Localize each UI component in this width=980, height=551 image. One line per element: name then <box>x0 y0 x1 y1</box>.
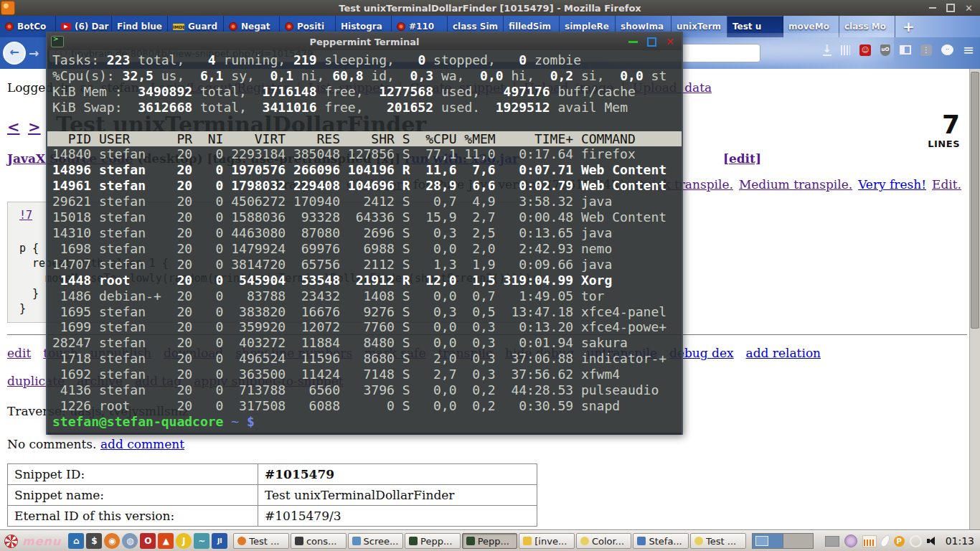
terminal-minimize-icon[interactable] <box>628 41 638 43</box>
new-tab-button[interactable]: + <box>903 19 915 34</box>
extension-red-icon[interactable]: ☺ <box>859 44 871 56</box>
terminal-task-icon <box>409 537 418 545</box>
screen-task-icon <box>352 537 361 545</box>
terminal-body[interactable]: Tasks: 223 total, 4 running, 219 sleepin… <box>47 50 682 435</box>
table-row: Snippet ID:#1015479 <box>8 464 537 485</box>
taskbar-window-button[interactable]: [inve... <box>519 533 575 549</box>
feather-tray-icon[interactable] <box>879 534 892 549</box>
bug-red-favicon <box>5 22 14 31</box>
downloads-icon[interactable]: ↓ <box>823 44 832 56</box>
ublock-shield-icon[interactable]: uO <box>880 44 890 56</box>
transpile-link[interactable]: Medium transpile. <box>739 177 852 192</box>
no-comments-text: No comments. <box>7 437 96 451</box>
workspace-switcher[interactable] <box>752 533 814 549</box>
terminal-title: Peppermint Terminal <box>47 37 682 47</box>
action-link[interactable]: add relation <box>746 346 821 360</box>
table-value-cell: #1015479 <box>258 464 537 485</box>
tab-label: Guard <box>188 22 217 32</box>
youtube-favicon: ▶ <box>61 23 71 30</box>
edit-link[interactable]: [edit] <box>723 151 761 166</box>
terminal-window[interactable]: Peppermint Terminal ✕ Tasks: 223 total, … <box>46 32 683 435</box>
lines-count-box: 7 LINES <box>928 112 960 149</box>
menu-label: menu <box>22 534 61 548</box>
process-row: 14707 stefan 20 0 3814720 65756 2112 S 1… <box>52 257 677 273</box>
taskbar-window-button[interactable]: cons... <box>291 533 347 549</box>
chat-bubble-icon[interactable]: ·· <box>941 44 953 55</box>
intellij-launcher-icon[interactable]: JI <box>212 533 227 549</box>
terminal-close-icon[interactable]: ✕ <box>666 37 674 47</box>
window-maximize-icon[interactable] <box>946 4 955 12</box>
terminal-titlebar[interactable]: Peppermint Terminal ✕ <box>47 33 682 50</box>
library-icon[interactable] <box>841 45 850 55</box>
tab-label: unixTerm <box>677 22 721 32</box>
taskbar-window-button[interactable]: Pepp... <box>405 533 461 549</box>
table-row: Snippet name:Test unixTerminalDollarFind… <box>8 485 537 506</box>
bug-red-favicon <box>285 22 293 31</box>
shell-prompt: stefan@stefan-quadcore ~ $ <box>52 414 677 430</box>
vlc-launcher-icon[interactable]: ▲ <box>158 533 174 549</box>
back-button[interactable]: ← <box>3 42 26 65</box>
add-comment-link[interactable]: add comment <box>100 437 184 451</box>
blank-line <box>52 116 677 131</box>
desktop: Test unixTerminalDollarFinder [1015479] … <box>0 0 980 551</box>
tab-label: class Sim <box>453 22 498 32</box>
taskbar-window-button[interactable]: Stefa... <box>633 533 689 549</box>
page-scrollbar[interactable] <box>969 69 980 531</box>
chromium-launcher-icon[interactable]: ◍ <box>122 533 138 549</box>
file-manager-launcher-icon[interactable]: ⌂ <box>68 533 84 549</box>
workspace-1[interactable] <box>753 534 783 548</box>
tab-label: simpleRe <box>565 22 609 32</box>
swatch-tray-icon[interactable] <box>825 536 839 547</box>
menu-button[interactable]: menu <box>0 534 68 548</box>
taskbar-window-button[interactable]: Test ... <box>233 533 289 549</box>
code-snippet-ref-link[interactable]: !7 <box>19 209 32 222</box>
bird-task-icon <box>523 537 532 545</box>
taskbar-window-button[interactable]: Scree... <box>348 533 404 549</box>
table-label-cell: Eternal ID of this version: <box>8 506 258 527</box>
taskbar-window-button[interactable]: Pepp... <box>462 533 518 549</box>
tab-label: Histogra <box>341 22 382 32</box>
forward-button[interactable]: → <box>29 46 39 60</box>
sidebar-icon[interactable] <box>900 45 911 55</box>
transpile-link[interactable]: Edit. <box>932 177 961 192</box>
terminal-dollar-launcher-icon[interactable]: $ <box>86 533 102 549</box>
tab-label: #110 <box>409 22 434 32</box>
java-launcher-icon[interactable]: J <box>176 533 192 549</box>
prompt-user-host: stefan@stefan-quadcore <box>52 414 223 429</box>
parcellite-tray-icon[interactable]: P <box>894 536 905 547</box>
activity-launcher-icon[interactable]: ~ <box>194 533 209 549</box>
tab-label: filledSim <box>509 22 551 32</box>
histogram-tray-icon[interactable] <box>862 535 877 547</box>
action-link[interactable]: edit <box>7 346 31 360</box>
extension-gray-icon[interactable]: ⋮ <box>920 44 932 56</box>
window-titlebar: Test unixTerminalDollarFinder [1015479] … <box>0 0 980 16</box>
terminal-maximize-icon[interactable] <box>647 37 656 47</box>
taskbar-window-button[interactable]: Color... <box>576 533 632 549</box>
process-row: 1718 stefan 20 0 496524 11596 8680 S 2,0… <box>52 351 677 367</box>
snippet-info-table: Snippet ID:#1015479Snippet name:Test uni… <box>7 463 537 527</box>
transpile-link[interactable]: Very fresh! <box>858 177 926 192</box>
prev-snippet-link[interactable]: < <box>7 118 20 136</box>
circle-tray-icon[interactable] <box>910 535 922 547</box>
window-minimize-icon[interactable] <box>929 7 936 9</box>
hamburger-menu-icon[interactable]: ≡ <box>963 43 974 57</box>
window-close-icon[interactable]: ✕ <box>965 4 973 13</box>
volume-tray-icon[interactable] <box>927 536 938 546</box>
next-snippet-link[interactable]: > <box>28 118 41 136</box>
taskbar: menu ⌂$◉◍O▲J~JI Test ...cons...Scree...P… <box>0 530 980 551</box>
workspace-2[interactable] <box>783 534 813 548</box>
process-row: 15018 stefan 20 0 1588036 93328 64336 S … <box>52 209 677 225</box>
task-label: Color... <box>592 536 624 547</box>
firefox-launcher-icon[interactable]: ◉ <box>104 533 120 549</box>
opera-launcher-icon[interactable]: O <box>140 533 156 549</box>
taskbar-window-button[interactable]: Test ... <box>690 533 746 549</box>
peppermint-menu-icon <box>4 534 18 548</box>
cat-tray-icon[interactable] <box>844 534 857 547</box>
bug-red-favicon <box>229 22 237 31</box>
scrollbar-thumb[interactable] <box>971 72 979 329</box>
tab-label: Positi <box>297 22 324 32</box>
process-row: 29621 stefan 20 0 4506272 170940 2412 S … <box>52 194 677 209</box>
task-label: Pepp... <box>420 536 452 547</box>
table-value-cell: Test unixTerminalDollarFinder <box>258 485 537 506</box>
tab-label: Negat <box>241 22 270 32</box>
